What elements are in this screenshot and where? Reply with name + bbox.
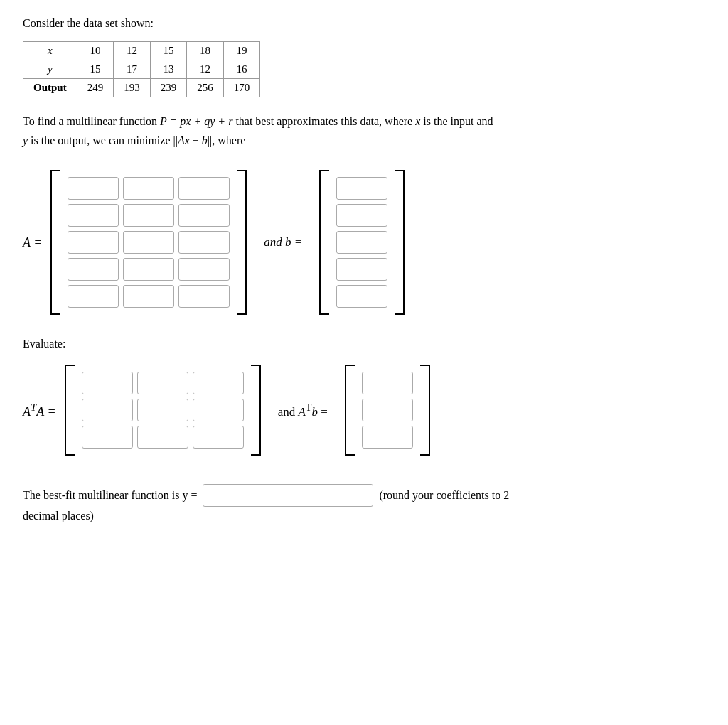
- bracket-left-a: [50, 170, 60, 315]
- table-header-output: Output: [23, 79, 77, 97]
- intro-text: Consider the data set shown:: [23, 17, 705, 30]
- desc-is: is the input and: [420, 115, 493, 127]
- best-fit-suf: (round your coefficients to 2: [379, 489, 509, 502]
- matrix-a-cell-3-1[interactable]: [123, 258, 174, 281]
- vector-atb-cell-2[interactable]: [362, 426, 413, 449]
- best-fit-input[interactable]: [203, 484, 373, 507]
- table-header-x: x: [23, 42, 77, 60]
- vector-b-cell-4[interactable]: [336, 285, 387, 308]
- matrix-a-bracket: [50, 170, 247, 315]
- matrix-a-cell-1-2[interactable]: [178, 204, 230, 227]
- table-header-y: y: [23, 60, 77, 79]
- table-x-3: 15: [150, 42, 187, 60]
- best-fit-pre: The best-fit multilinear function is y =: [23, 489, 197, 502]
- matrix-a-cell-0-2[interactable]: [178, 177, 230, 200]
- matrix-ata-cell-1-1[interactable]: [137, 399, 188, 421]
- table-y-5: 16: [223, 60, 260, 79]
- table-out-2: 193: [114, 79, 151, 97]
- table-y-2: 17: [114, 60, 151, 79]
- bracket-left-b: [319, 170, 329, 315]
- data-table: x 10 12 15 18 19 y 15 17 13 12 16 Output…: [23, 41, 260, 97]
- vector-b-cells: [331, 170, 393, 315]
- table-out-5: 170: [223, 79, 260, 97]
- matrix-a-label: A =: [23, 235, 42, 250]
- matrix-ata-cell-0-2[interactable]: [193, 372, 244, 394]
- bracket-right-b: [395, 170, 405, 315]
- vector-b-cell-2[interactable]: [336, 231, 387, 254]
- vector-atb-cells: [356, 365, 419, 456]
- and-b-label: and b =: [264, 235, 302, 249]
- vector-b-bracket: [319, 170, 405, 315]
- bracket-right-a: [237, 170, 247, 315]
- bracket-left-atb: [345, 365, 355, 456]
- vector-atb-cell-0[interactable]: [362, 372, 413, 394]
- matrix-a-row: A = and b =: [23, 170, 705, 315]
- table-y-4: 12: [187, 60, 224, 79]
- matrix-a-cell-2-0[interactable]: [68, 231, 119, 254]
- desc-minus: −: [190, 134, 202, 146]
- table-out-4: 256: [187, 79, 224, 97]
- vector-atb-cell-1[interactable]: [362, 399, 413, 421]
- best-fit-last: decimal places): [23, 510, 94, 522]
- vector-atb-bracket: [345, 365, 430, 456]
- table-y-3: 13: [150, 60, 187, 79]
- bracket-left-ata: [65, 365, 75, 456]
- matrix-ata-row: ATA = and ATb =: [23, 365, 705, 456]
- matrix-a-cell-3-2[interactable]: [178, 258, 230, 281]
- matrix-a-cell-1-1[interactable]: [123, 204, 174, 227]
- matrix-a-cell-2-1[interactable]: [123, 231, 174, 254]
- table-out-3: 239: [150, 79, 187, 97]
- bracket-right-atb: [420, 365, 430, 456]
- matrix-a-cell-0-0[interactable]: [68, 177, 119, 200]
- matrix-ata-cell-2-2[interactable]: [193, 426, 244, 449]
- vector-b-cell-3[interactable]: [336, 258, 387, 281]
- matrix-ata-cell-1-0[interactable]: [82, 399, 133, 421]
- and-atb-label: and ATb =: [278, 402, 328, 419]
- matrix-a-cell-0-1[interactable]: [123, 177, 174, 200]
- bracket-right-ata: [251, 365, 261, 456]
- matrix-a-cell-4-2[interactable]: [178, 285, 230, 308]
- matrix-a-cells: [62, 170, 235, 315]
- table-x-2: 12: [114, 42, 151, 60]
- desc-pre: To find a multilinear function: [23, 115, 160, 127]
- desc-func: P = px + qy + r: [160, 115, 232, 127]
- table-out-1: 249: [77, 79, 114, 97]
- evaluate-title: Evaluate:: [23, 338, 705, 350]
- matrix-a-cell-2-2[interactable]: [178, 231, 230, 254]
- matrix-ata-bracket: [65, 365, 261, 456]
- description-paragraph: To find a multilinear function P = px + …: [23, 112, 705, 150]
- matrix-ata-cell-0-1[interactable]: [137, 372, 188, 394]
- matrix-a-cell-3-0[interactable]: [68, 258, 119, 281]
- matrix-ata-cell-2-0[interactable]: [82, 426, 133, 449]
- matrix-a-cell-4-1[interactable]: [123, 285, 174, 308]
- matrix-ata-cell-1-2[interactable]: [193, 399, 244, 421]
- best-fit-row: The best-fit multilinear function is y =…: [23, 484, 705, 507]
- matrix-ata-cells: [76, 365, 250, 456]
- matrix-ata-cell-2-1[interactable]: [137, 426, 188, 449]
- table-x-4: 18: [187, 42, 224, 60]
- matrix-a-cell-4-0[interactable]: [68, 285, 119, 308]
- desc-ax: Ax: [178, 134, 190, 146]
- desc-end: ||, where: [208, 134, 246, 146]
- table-x-5: 19: [223, 42, 260, 60]
- matrix-ata-cell-0-0[interactable]: [82, 372, 133, 394]
- table-y-1: 15: [77, 60, 114, 79]
- desc-b1: b: [202, 134, 208, 146]
- vector-b-cell-0[interactable]: [336, 177, 387, 200]
- table-x-1: 10: [77, 42, 114, 60]
- matrix-ata-label: ATA =: [23, 402, 56, 419]
- matrix-a-cell-1-0[interactable]: [68, 204, 119, 227]
- vector-b-cell-1[interactable]: [336, 204, 387, 227]
- desc-mid: that best approximates this data, where: [232, 115, 415, 127]
- desc-suf: is the output, we can minimize ||: [28, 134, 178, 146]
